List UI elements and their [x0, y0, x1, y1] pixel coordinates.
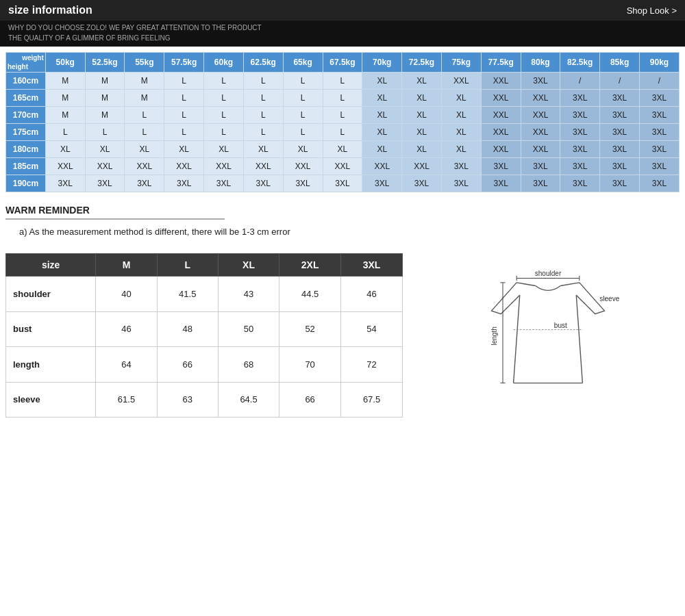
size-cell: XXL [481, 73, 521, 90]
size-cell: XXL [481, 107, 521, 124]
size-value-cell: 70 [279, 347, 341, 383]
size-cell: L [283, 90, 323, 107]
warm-reminder-text: a) As the measurement method is differen… [5, 220, 680, 242]
size-cell: / [600, 73, 640, 90]
size-cell: L [164, 73, 204, 90]
size-cell: / [640, 73, 680, 90]
size-cell: 3XL [600, 107, 640, 124]
weight-header: 75kg [441, 53, 481, 73]
size-cell: L [204, 90, 244, 107]
size-row-label: sleeve [6, 382, 96, 418]
size-cell: L [323, 124, 362, 141]
size-cell: XL [362, 141, 402, 158]
bust-label: bust [554, 322, 567, 329]
page-title: size information [8, 4, 92, 16]
size-cell: M [45, 107, 85, 124]
size-cell: 3XL [362, 175, 402, 192]
size-col-header: 2XL [279, 254, 341, 277]
size-cell: M [85, 73, 125, 90]
size-cell: 3XL [640, 158, 680, 175]
height-label: height [8, 63, 44, 70]
size-value-cell: 72 [341, 347, 403, 383]
size-cell: L [283, 124, 323, 141]
weight-header: 60kg [204, 53, 244, 73]
weight-header: 77.5kg [481, 53, 521, 73]
subtitle-line2: THE QUALITY OF A GLIMMER OF BRING FEELIN… [8, 33, 677, 43]
subtitle-section: WHY DO YOU CHOOSE ZOLO! WE PAY GREAT ATT… [0, 21, 685, 47]
size-cell: 3XL [45, 175, 85, 192]
size-cell: XXL [441, 73, 481, 90]
weight-height-section: weight height 50kg52.5kg55kg57.5kg60kg62… [0, 47, 685, 192]
corner-cell: weight height [6, 53, 46, 73]
size-cell: 3XL [560, 141, 600, 158]
size-measurement-table: sizeMLXL2XL3XL shoulder4041.54344.546bus… [5, 253, 403, 418]
size-cell: 3XL [441, 175, 481, 192]
weight-header: 70kg [362, 53, 402, 73]
weight-label: weight [8, 54, 44, 62]
size-cell: XXL [362, 158, 402, 175]
svg-line-3 [516, 283, 536, 286]
size-col-header: XL [218, 254, 279, 277]
size-cell: M [45, 73, 85, 90]
size-cell: XL [402, 90, 442, 107]
size-cell: 3XL [204, 175, 244, 192]
size-cell: XL [402, 73, 442, 90]
size-cell: XL [125, 141, 164, 158]
shop-look-link[interactable]: Shop Look > [627, 5, 677, 16]
size-cell: L [323, 90, 362, 107]
svg-line-6 [576, 295, 582, 383]
size-value-cell: 63 [157, 382, 218, 418]
weight-header: 82.5kg [560, 53, 600, 73]
table-row: 190cm3XL3XL3XL3XL3XL3XL3XL3XL3XL3XL3XL3X… [6, 175, 680, 192]
size-value-cell: 67.5 [341, 382, 403, 418]
size-header-row: sizeMLXL2XL3XL [6, 254, 403, 277]
size-cell: XXL [85, 158, 125, 175]
size-cell: L [323, 107, 362, 124]
size-cell: XXL [164, 158, 204, 175]
size-cell: 3XL [560, 107, 600, 124]
size-cell: XL [441, 124, 481, 141]
size-cell: XXL [521, 90, 560, 107]
size-cell: L [323, 73, 362, 90]
size-cell: XL [402, 141, 442, 158]
size-cell: L [85, 124, 125, 141]
size-cell: M [125, 73, 164, 90]
table-row: 180cmXLXLXLXLXLXLXLXLXLXLXLXXLXXL3XL3XL3… [6, 141, 680, 158]
weight-header: 62.5kg [243, 53, 283, 73]
size-cell: XL [204, 141, 244, 158]
size-cell: 3XL [283, 175, 323, 192]
size-value-cell: 43 [218, 277, 279, 312]
size-cell: / [560, 73, 600, 90]
height-row-header: 165cm [6, 90, 46, 107]
size-cell: XL [441, 141, 481, 158]
size-row-label: bust [6, 311, 96, 347]
warm-reminder-title: WARM REMINDER [5, 205, 225, 220]
size-cell: XL [441, 107, 481, 124]
size-cell: L [283, 107, 323, 124]
subtitle-line1: WHY DO YOU CHOOSE ZOLO! WE PAY GREAT ATT… [8, 23, 677, 33]
weight-header: 72.5kg [402, 53, 442, 73]
height-row-header: 190cm [6, 175, 46, 192]
weight-header: 85kg [600, 53, 640, 73]
size-cell: L [204, 107, 244, 124]
size-cell: XL [402, 107, 442, 124]
size-cell: L [125, 124, 164, 141]
garment-diagram: shoulder bust length [416, 253, 680, 418]
size-value-cell: 66 [279, 382, 341, 418]
length-label: length [490, 326, 498, 345]
size-row: bust4648505254 [6, 311, 403, 347]
size-cell: 3XL [125, 175, 164, 192]
size-value-cell: 66 [157, 347, 218, 383]
size-value-cell: 40 [96, 277, 157, 312]
shoulder-label: shoulder [535, 270, 562, 277]
size-cell: XXL [481, 124, 521, 141]
height-row-header: 160cm [6, 73, 46, 90]
size-cell: 3XL [600, 124, 640, 141]
size-cell: L [164, 124, 204, 141]
size-cell: XL [362, 107, 402, 124]
size-cell: 3XL [481, 175, 521, 192]
size-cell: 3XL [600, 141, 640, 158]
size-cell: 3XL [600, 90, 640, 107]
size-cell: XL [362, 90, 402, 107]
size-cell: 3XL [521, 175, 560, 192]
